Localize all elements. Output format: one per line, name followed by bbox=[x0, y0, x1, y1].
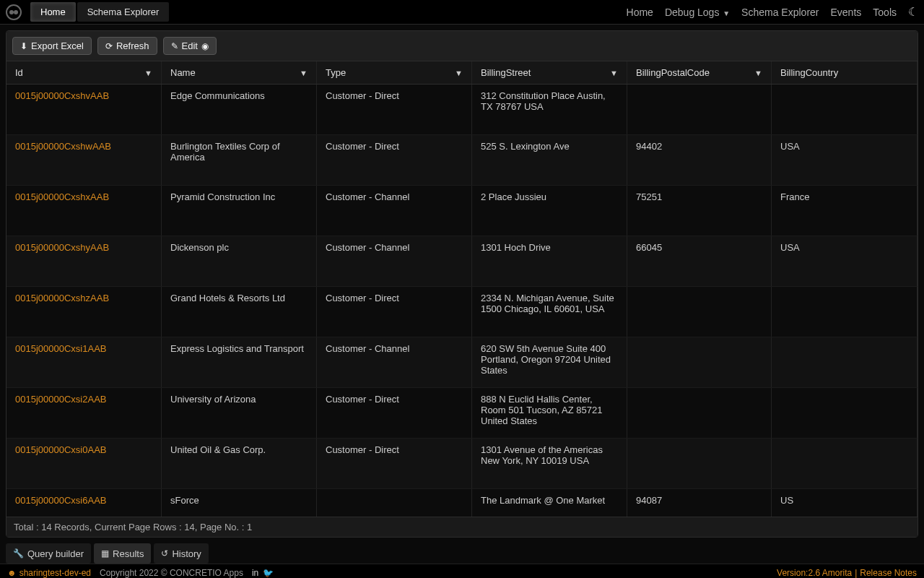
record-id-link[interactable]: 0015j00000Cxsi1AAB bbox=[6, 337, 162, 387]
record-id-link[interactable]: 0015j00000CxshyAAB bbox=[6, 236, 162, 286]
cell-postal bbox=[627, 337, 772, 387]
th-billing-street[interactable]: BillingStreet▼ bbox=[472, 61, 627, 84]
cell-street: 312 Constitution Place Austin, TX 78767 … bbox=[472, 85, 627, 134]
nav-home[interactable]: Home bbox=[627, 7, 653, 18]
filter-icon[interactable]: ▼ bbox=[754, 69, 762, 77]
nav-schema-explorer[interactable]: Schema Explorer bbox=[741, 7, 819, 18]
tab-schema-explorer[interactable]: Schema Explorer bbox=[77, 2, 170, 22]
cell-postal bbox=[627, 287, 772, 337]
nav-debug-label: Debug Logs bbox=[665, 7, 720, 18]
cell-name: Edge Communications bbox=[162, 85, 317, 134]
cell-country: USA bbox=[772, 236, 918, 286]
filter-icon[interactable]: ▼ bbox=[610, 69, 618, 77]
table-row: 0015j00000Cxsi0AABUnited Oil & Gas Corp.… bbox=[6, 439, 918, 489]
record-id-link[interactable]: 0015j00000CxshwAAB bbox=[6, 135, 162, 185]
refresh-button[interactable]: ⟳ Refresh bbox=[97, 37, 157, 55]
toolbar: ⬇ Export Excel ⟳ Refresh ✎ Edit ◉ bbox=[6, 31, 918, 61]
tab-history[interactable]: ↺History bbox=[154, 543, 208, 564]
cell-name: sForce bbox=[162, 489, 317, 517]
record-id-link[interactable]: 0015j00000Cxsi2AAB bbox=[6, 388, 162, 438]
export-excel-button[interactable]: ⬇ Export Excel bbox=[12, 37, 92, 55]
table-row: 0015j00000Cxsi1AABExpress Logistics and … bbox=[6, 337, 918, 388]
footer-right: Version:2.6 Amorita|Release Notes bbox=[777, 568, 917, 578]
export-label: Export Excel bbox=[31, 40, 84, 51]
nav-tools[interactable]: Tools bbox=[873, 7, 897, 18]
cell-country: France bbox=[772, 186, 918, 236]
filter-icon[interactable]: ▼ bbox=[300, 69, 308, 77]
filter-icon[interactable]: ▼ bbox=[455, 69, 463, 77]
grid-icon: ▦ bbox=[101, 548, 109, 558]
wrench-icon: 🔧 bbox=[13, 548, 24, 558]
twitter-icon[interactable]: 🐦 bbox=[263, 568, 274, 578]
results-label: Results bbox=[113, 548, 144, 559]
th-type-label: Type bbox=[326, 67, 346, 78]
version-text: Version:2.6 Amorita bbox=[777, 568, 852, 578]
main-panel: ⬇ Export Excel ⟳ Refresh ✎ Edit ◉ Id▼ Na… bbox=[6, 30, 918, 538]
record-id-link[interactable]: 0015j00000CxshzAAB bbox=[6, 287, 162, 337]
cell-postal: 94087 bbox=[627, 489, 772, 517]
status-bar: Total : 14 Records, Current Page Rows : … bbox=[6, 517, 918, 537]
cell-type: Customer - Direct bbox=[317, 439, 472, 488]
cell-country bbox=[772, 85, 918, 134]
cell-postal: 66045 bbox=[627, 236, 772, 286]
tab-results[interactable]: ▦Results bbox=[94, 543, 151, 564]
cell-type: Customer - Direct bbox=[317, 135, 472, 185]
th-type[interactable]: Type▼ bbox=[317, 61, 472, 84]
cell-type: Customer - Direct bbox=[317, 287, 472, 337]
table-row: 0015j00000Cxsi6AABsForceThe Landmark @ O… bbox=[6, 489, 918, 517]
th-billing-country[interactable]: BillingCountry bbox=[772, 61, 918, 84]
th-name[interactable]: Name▼ bbox=[162, 61, 317, 84]
table-row: 0015j00000CxshvAABEdge CommunicationsCus… bbox=[6, 85, 918, 135]
cell-type: Customer - Channel bbox=[317, 236, 472, 286]
nav-events[interactable]: Events bbox=[831, 7, 862, 18]
tab-home[interactable]: Home bbox=[30, 2, 76, 22]
table-row: 0015j00000CxshzAABGrand Hotels & Resorts… bbox=[6, 287, 918, 337]
cell-country bbox=[772, 388, 918, 438]
org-indicator[interactable]: ☻sharingtest-dev-ed bbox=[7, 568, 91, 578]
cell-name: Express Logistics and Transport bbox=[162, 337, 317, 387]
cell-type: Customer - Channel bbox=[317, 186, 472, 236]
cell-name: Grand Hotels & Resorts Ltd bbox=[162, 287, 317, 337]
cell-postal: 75251 bbox=[627, 186, 772, 236]
table-row: 0015j00000CxshyAABDickenson plcCustomer … bbox=[6, 236, 918, 287]
social-links: in 🐦 bbox=[252, 568, 274, 578]
cell-country: USA bbox=[772, 135, 918, 185]
cell-type: Customer - Channel bbox=[317, 337, 472, 387]
bottom-tabs: 🔧Query builder ▦Results ↺History bbox=[0, 543, 924, 564]
theme-toggle-icon[interactable]: ☾ bbox=[908, 5, 918, 19]
filter-icon[interactable]: ▼ bbox=[144, 69, 152, 77]
cell-postal: 94402 bbox=[627, 135, 772, 185]
cell-country bbox=[772, 439, 918, 488]
cell-street: 2 Place Jussieu bbox=[472, 186, 627, 236]
nav-debug-logs[interactable]: Debug Logs ▼ bbox=[665, 7, 730, 18]
edit-button[interactable]: ✎ Edit ◉ bbox=[163, 37, 217, 55]
cell-street: 2334 N. Michigan Avenue, Suite 1500 Chic… bbox=[472, 287, 627, 337]
th-country-label: BillingCountry bbox=[780, 67, 838, 78]
linkedin-icon[interactable]: in bbox=[252, 568, 258, 578]
edit-icon: ✎ bbox=[171, 41, 178, 51]
brand-icon[interactable] bbox=[6, 4, 22, 20]
nav-right: Home Debug Logs ▼ Schema Explorer Events… bbox=[627, 5, 918, 19]
record-id-link[interactable]: 0015j00000CxshvAAB bbox=[6, 85, 162, 134]
table-row: 0015j00000CxshwAABBurlington Textiles Co… bbox=[6, 135, 918, 186]
th-id-label: Id bbox=[15, 67, 23, 78]
release-notes-link[interactable]: Release Notes bbox=[860, 568, 917, 578]
record-id-link[interactable]: 0015j00000Cxsi0AAB bbox=[6, 439, 162, 488]
cell-name: Dickenson plc bbox=[162, 236, 317, 286]
footer: ☻sharingtest-dev-ed Copyright 2022 © CON… bbox=[0, 564, 924, 578]
tab-query-builder[interactable]: 🔧Query builder bbox=[6, 543, 91, 564]
cell-street: The Landmark @ One Market bbox=[472, 489, 627, 517]
record-id-link[interactable]: 0015j00000Cxsi6AAB bbox=[6, 489, 162, 517]
table-body[interactable]: 0015j00000CxshvAABEdge CommunicationsCus… bbox=[6, 85, 918, 517]
cell-country bbox=[772, 337, 918, 387]
th-id[interactable]: Id▼ bbox=[6, 61, 162, 84]
cell-postal bbox=[627, 388, 772, 438]
cell-postal bbox=[627, 439, 772, 488]
download-icon: ⬇ bbox=[20, 41, 27, 51]
cell-street: 620 SW 5th Avenue Suite 400 Portland, Or… bbox=[472, 337, 627, 387]
tab-bar: Home Schema Explorer bbox=[30, 2, 169, 22]
th-billing-postal[interactable]: BillingPostalCode▼ bbox=[627, 61, 772, 84]
record-id-link[interactable]: 0015j00000CxshxAAB bbox=[6, 186, 162, 236]
th-name-label: Name bbox=[170, 67, 196, 78]
refresh-label: Refresh bbox=[116, 40, 149, 51]
